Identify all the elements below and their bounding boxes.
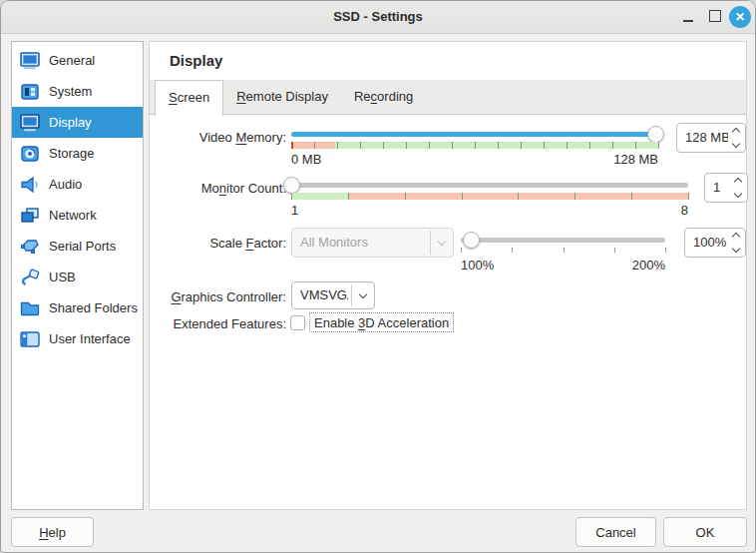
ok-button[interactable]: OK <box>663 517 747 547</box>
scale-factor-max-label: 200% <box>461 258 665 273</box>
scale-factor-spinbox[interactable]: 100% <box>684 228 746 258</box>
settings-dialog: SSD - Settings ✕ General System Display <box>0 0 756 553</box>
spin-down-icon[interactable] <box>732 140 740 148</box>
sidebar-item-usb[interactable]: USB <box>12 262 143 292</box>
sidebar-item-label: Shared Folders <box>49 300 138 315</box>
system-icon <box>18 82 42 102</box>
serial-ports-icon <box>18 237 42 257</box>
help-button[interactable]: Help <box>11 517 94 547</box>
display-settings-panel: Display Screen Remote Display Recording … <box>149 41 747 510</box>
scale-factor-monitor-dropdown[interactable]: All Monitors <box>291 228 454 258</box>
monitor-count-max-label: 8 <box>291 203 688 218</box>
sidebar-item-label: Audio <box>49 177 82 192</box>
chevron-down-icon <box>438 238 446 246</box>
general-icon <box>18 51 42 71</box>
sidebar-item-label: Network <box>49 208 97 223</box>
video-memory-range-strip <box>291 142 658 149</box>
close-icon: ✕ <box>735 10 745 24</box>
video-memory-slider-handle[interactable] <box>647 126 664 143</box>
network-icon <box>18 206 42 226</box>
close-button[interactable]: ✕ <box>729 6 751 28</box>
user-interface-icon <box>18 329 42 349</box>
video-memory-max-label: 128 MB <box>291 152 658 167</box>
spin-up-icon[interactable] <box>732 233 740 241</box>
display-icon <box>18 113 42 133</box>
enable-3d-checkbox[interactable] <box>290 315 305 330</box>
video-memory-label: Video Memory: <box>150 130 286 146</box>
monitor-count-slider[interactable] <box>291 183 688 188</box>
chevron-down-icon <box>359 290 367 298</box>
monitor-count-spinbox[interactable]: 1 <box>704 173 748 203</box>
sidebar-item-user-interface[interactable]: User Interface <box>12 323 143 354</box>
tab-remote-display[interactable]: Remote Display <box>223 80 341 115</box>
titlebar[interactable]: SSD - Settings ✕ <box>1 1 755 34</box>
sidebar-item-label: Serial Ports <box>49 239 116 254</box>
panel-header: Display <box>150 42 746 80</box>
scale-factor-ticks <box>461 248 665 253</box>
minimize-button[interactable] <box>681 10 695 24</box>
graphics-controller-label: Graphics Controller: <box>150 289 286 305</box>
usb-icon <box>18 268 42 287</box>
scale-factor-label: Scale Factor: <box>150 236 286 252</box>
maximize-button[interactable] <box>709 10 721 22</box>
shared-folders-icon <box>18 298 42 318</box>
sidebar-item-system[interactable]: System <box>12 76 143 107</box>
cancel-button[interactable]: Cancel <box>575 517 656 547</box>
sidebar-item-general[interactable]: General <box>12 45 143 76</box>
scale-factor-slider[interactable] <box>461 238 665 243</box>
monitor-count-label: Monitor Count: <box>150 181 286 197</box>
sidebar-item-label: USB <box>49 270 76 284</box>
monitor-count-slider-handle[interactable] <box>283 177 300 194</box>
storage-icon <box>18 144 42 164</box>
sidebar-item-shared-folders[interactable]: Shared Folders <box>12 292 143 323</box>
sidebar-item-label: Storage <box>49 146 95 161</box>
sidebar-item-storage[interactable]: Storage <box>12 138 143 169</box>
sidebar-item-label: User Interface <box>49 331 131 346</box>
spin-down-icon[interactable] <box>734 190 742 198</box>
spin-up-icon[interactable] <box>732 128 740 136</box>
extended-features-label: Extended Features: <box>150 316 286 332</box>
tab-recording[interactable]: Recording <box>341 80 426 115</box>
tab-bar: Screen Remote Display Recording <box>150 80 746 115</box>
video-memory-spinbox[interactable]: 128 MB <box>676 123 746 153</box>
spin-up-icon[interactable] <box>734 178 742 186</box>
video-memory-slider[interactable] <box>291 132 658 137</box>
sidebar-item-label: System <box>49 84 92 99</box>
scale-factor-slider-handle[interactable] <box>463 232 480 249</box>
minimize-icon <box>683 20 693 22</box>
sidebar-item-label: Display <box>49 115 92 130</box>
graphics-controller-dropdown[interactable]: VMSVGA <box>291 281 375 309</box>
tab-screen[interactable]: Screen <box>155 80 223 116</box>
sidebar-item-label: General <box>49 53 95 68</box>
enable-3d-checkbox-label[interactable]: Enable 3D Acceleration <box>309 312 454 332</box>
settings-category-list: General System Display Storage Audio <box>11 41 144 510</box>
sidebar-item-display[interactable]: Display <box>12 107 143 138</box>
monitor-count-range-strip <box>291 193 688 200</box>
audio-icon <box>18 175 42 195</box>
spin-down-icon[interactable] <box>732 245 740 253</box>
sidebar-item-network[interactable]: Network <box>12 200 143 231</box>
window-title: SSD - Settings <box>1 1 755 33</box>
sidebar-item-audio[interactable]: Audio <box>12 169 143 200</box>
sidebar-item-serial-ports[interactable]: Serial Ports <box>12 231 143 262</box>
page-title: Display <box>150 42 746 69</box>
